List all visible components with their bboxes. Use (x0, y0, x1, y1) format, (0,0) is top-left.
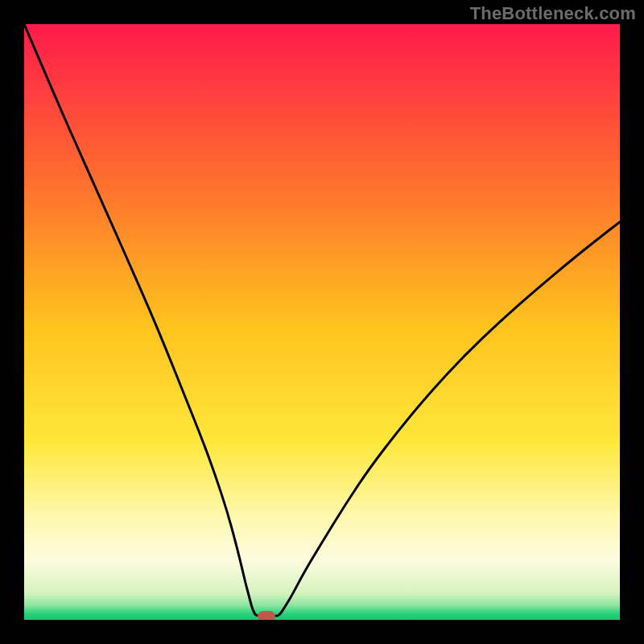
watermark-text: TheBottleneck.com (470, 3, 636, 24)
optimum-marker (258, 611, 275, 620)
chart-frame: TheBottleneck.com (0, 0, 644, 644)
gradient-background (24, 24, 620, 620)
chart-svg (24, 24, 620, 620)
plot-area (24, 24, 620, 620)
